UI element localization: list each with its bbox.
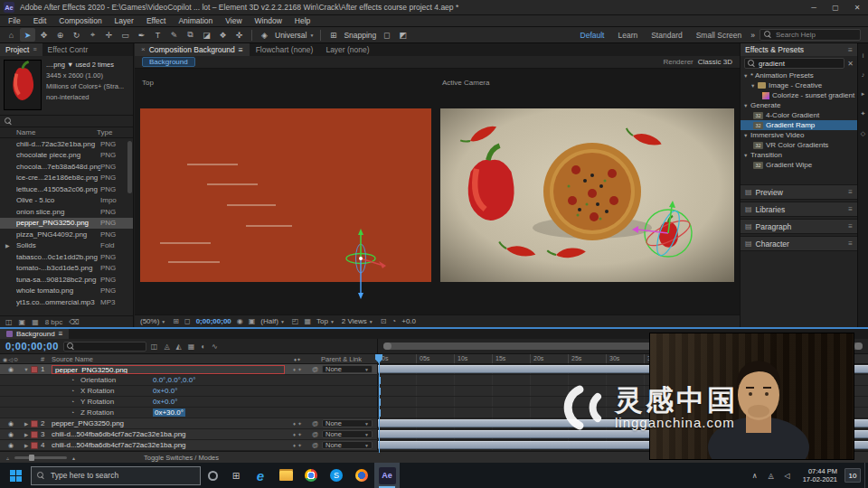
clone-stamp-tool-icon[interactable]: ⧉ [183, 28, 198, 42]
minimize-button[interactable]: ─ [803, 0, 825, 15]
snap-option-icon[interactable]: ◩ [395, 28, 410, 42]
workspace-default[interactable]: Default [574, 31, 611, 40]
project-item[interactable]: chili-d...72ac32e1ba.pngPNG [0, 138, 133, 150]
layer-twisty[interactable]: ▶ [22, 421, 31, 427]
zoom-slider-knob[interactable] [29, 455, 34, 461]
name-column-header[interactable]: Name [16, 128, 97, 136]
delete-icon[interactable]: ⌫ [69, 318, 79, 326]
property-value[interactable]: 0x+30.0° [153, 408, 185, 417]
snapping-toggle[interactable]: Snapping [342, 31, 378, 40]
new-composition-icon[interactable]: ▦ [32, 318, 39, 326]
project-item[interactable]: ▶SolidsFold [0, 240, 133, 252]
resolution-select[interactable]: (Half)▼ [260, 317, 287, 325]
project-item[interactable]: whole tomato.pngPNG [0, 286, 133, 297]
panel-menu-icon[interactable]: ≡ [848, 222, 853, 230]
scrollbar[interactable] [127, 141, 132, 193]
project-item[interactable]: pepper_PNG3250.pngPNG [0, 218, 133, 230]
tab-effect-contr[interactable]: Effect Contr [42, 43, 94, 56]
shape-tool-icon[interactable]: ▭ [118, 28, 133, 42]
project-bit-depth[interactable]: 8 bpc [45, 318, 63, 326]
chrome-taskbar-icon[interactable] [298, 463, 324, 488]
footage-usage[interactable]: used 2 times [75, 61, 114, 69]
panel-menu-icon[interactable]: ≡ [848, 205, 853, 213]
pan-behind-tool-icon[interactable]: ✛ [101, 28, 117, 42]
effects-item[interactable]: Colorize - sunset gradient [741, 90, 857, 100]
timeline-search-input[interactable] [63, 342, 146, 352]
mini-flowchart-icon[interactable]: ◫ [151, 343, 158, 351]
motion-blur-icon[interactable]: ◐ [201, 343, 205, 351]
menu-file[interactable]: File [2, 15, 27, 26]
camera-tool-icon[interactable]: ⌖ [85, 28, 100, 42]
type-column-header[interactable]: Type [97, 128, 133, 136]
layer-label-swatch[interactable] [31, 366, 38, 373]
source-name-column-header[interactable]: Source Name [52, 355, 294, 363]
menu-view[interactable]: View [219, 15, 248, 26]
effects-item[interactable]: ▼Immersive Video [741, 130, 857, 140]
tab-composition-background[interactable]: ×Composition Background≡ [135, 43, 250, 56]
maximize-button[interactable]: ▢ [825, 0, 846, 15]
chevron-down-icon[interactable]: ▼ [750, 83, 758, 89]
layer-source-name[interactable]: pepper_PNG3250.png [52, 365, 285, 374]
panel-character[interactable]: ▤Character≡ [741, 236, 857, 251]
effects-item[interactable]: 32VR Color Gradients [741, 140, 857, 150]
edge-taskbar-icon[interactable]: e [248, 463, 273, 488]
stopwatch-icon[interactable]: ◔ [71, 399, 80, 405]
parent-link-select[interactable]: None▼ [322, 441, 373, 449]
new-folder-icon[interactable]: ▣ [19, 318, 26, 326]
effects-item[interactable]: ▼* Animation Presets [741, 70, 857, 80]
breadcrumb[interactable]: Background [142, 57, 195, 67]
menu-edit[interactable]: Edit [27, 15, 53, 26]
pixel-aspect-icon[interactable]: ⊡ [381, 317, 387, 325]
orbit-tool-icon[interactable]: ↻ [69, 28, 84, 42]
close-button[interactable]: ✕ [846, 0, 868, 15]
parent-link-select[interactable]: None▼ [322, 365, 373, 373]
panel-paragraph[interactable]: ▤Paragraph≡ [741, 219, 857, 234]
task-view-button[interactable]: ⊞ [224, 463, 248, 488]
layer-twisty[interactable]: ▶ [22, 432, 31, 437]
layer-source-name[interactable]: chili-d...504fba6db4cf7ac72ac32e1ba.png [52, 441, 285, 449]
workspace-standard[interactable]: Standard [645, 31, 689, 40]
channels-icon[interactable]: ▣ [249, 317, 256, 325]
panel-menu-icon[interactable]: ≡ [59, 330, 63, 338]
roto-brush-tool-icon[interactable]: ❖ [215, 28, 231, 42]
eraser-tool-icon[interactable]: ◪ [199, 28, 214, 42]
parent-link-select[interactable]: None▼ [322, 430, 373, 438]
layer-twisty[interactable]: ▶ [22, 443, 31, 448]
renderer-value[interactable]: Classic 3D [698, 58, 732, 66]
project-item[interactable]: tuna-sa...908128bc2.pngPNG [0, 274, 133, 286]
graph-editor-icon[interactable]: ∿ [212, 343, 218, 351]
effects-item[interactable]: ▼Image - Creative [741, 80, 857, 90]
property-value[interactable]: 0x+0.0° [153, 387, 177, 395]
axis-mode-icon[interactable]: ◈ [257, 28, 272, 42]
taskbar-clock[interactable]: 07:44 PM 17-02-2021 [796, 467, 844, 483]
tab-flowchart-none-[interactable]: Flowchart (none) [250, 43, 320, 56]
layer-twisty[interactable]: ▼ [22, 367, 31, 372]
start-button[interactable] [0, 463, 31, 488]
close-icon[interactable]: × [141, 43, 146, 56]
network-icon[interactable]: ◬ [763, 472, 779, 480]
chevron-down-icon[interactable]: ▼ [743, 153, 750, 158]
project-item[interactable]: lettuce...41505a2c06.pngPNG [0, 183, 133, 195]
mask-visibility-icon[interactable]: ◻ [184, 317, 191, 325]
effects-item[interactable]: ▼Generate [741, 100, 857, 110]
layer-visibility-toggle[interactable]: ◉ [0, 431, 22, 438]
effects-item[interactable]: 32Gradient Wipe [741, 160, 857, 170]
hidden-icons-icon[interactable]: ∧ [747, 472, 763, 480]
type-tool-icon[interactable]: T [150, 28, 165, 42]
property-value[interactable]: 0x+0.0° [153, 398, 177, 406]
stopwatch-icon[interactable]: ◔ [71, 409, 80, 416]
parent-link-select[interactable]: None▼ [322, 419, 373, 427]
frame-blending-icon[interactable]: ▦ [188, 343, 195, 351]
project-item[interactable]: chocola...7eb38a648d.pngPNG [0, 161, 133, 173]
layer-source-name[interactable]: chili-d...504fba6db4cf7ac72ac32e1ba.png [52, 430, 285, 438]
panel-menu-icon[interactable]: ≡ [33, 43, 36, 56]
zoom-in-icon[interactable]: ▴ [72, 455, 75, 461]
project-item[interactable]: tabasco...0c1e1dd2b.pngPNG [0, 251, 133, 263]
parent-pickwhip-icon[interactable]: @ [312, 420, 322, 427]
number-column-header[interactable]: # [41, 355, 52, 363]
clear-search-icon[interactable]: ✕ [847, 60, 854, 68]
project-item[interactable]: Olive - 5.icoImpo [0, 195, 133, 207]
menu-layer[interactable]: Layer [108, 15, 140, 26]
effects-item[interactable]: 324-Color Gradient [741, 110, 857, 120]
chevron-down-icon[interactable]: ▼ [743, 133, 750, 138]
